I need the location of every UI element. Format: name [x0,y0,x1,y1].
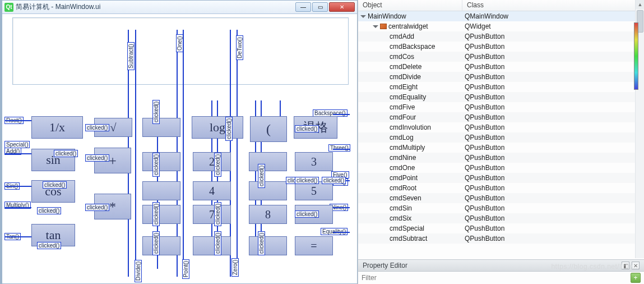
btn-unnamed9[interactable] [193,236,231,255]
tree-object-cell: cmdOne [358,164,462,172]
tree-object-cell: cmdSeven [358,194,462,202]
btn-seven[interactable]: 7 [193,205,231,224]
signal-line [237,30,238,277]
tree-row[interactable]: cmdDivideQPushButton [358,72,644,82]
signal-clicked: clicked() [214,153,221,177]
tree-object-cell: cmdAdd [358,33,462,40]
property-editor-bar[interactable]: Property Editor ◧ ✕ [358,259,644,272]
tree-class-name: QMainWindow [462,12,644,20]
btn-unnamed8[interactable] [142,236,180,255]
btn-unnamed5[interactable] [249,181,287,200]
tree-object-cell: cmdRoot [358,184,462,192]
color-marker-strip [634,22,638,90]
tree-object-name: cmdAdd [390,33,414,40]
tree-object-name: cmdNine [390,154,416,162]
header-class[interactable]: Class [462,0,488,11]
header-object[interactable]: Object [358,0,462,11]
slot-label-divide: Divide() [135,260,142,282]
tree-object-name: cmdSpecial [390,225,424,232]
tree-object-name: centralwidget [388,22,428,30]
close-button[interactable]: ✕ [329,2,355,12]
tree-row[interactable]: MainWindowQMainWindow [358,11,644,21]
tree-row[interactable]: cmdOneQPushButton [358,163,644,173]
tree-row[interactable]: cmdRootQPushButton [358,183,644,193]
tree-row[interactable]: cmdCosQPushButton [358,52,644,62]
btn-inverse-x[interactable]: 1/x [31,116,83,139]
btn-two[interactable]: 2 [193,152,231,171]
btn-unnamed1[interactable] [142,118,180,137]
signal-line [135,30,136,277]
maximize-button[interactable]: ▭ [312,2,328,12]
tree-class-name: QPushButton [462,83,644,91]
tree-class-name: QPushButton [462,154,644,162]
signal-clicked: clicked() [85,154,109,162]
tree-object-name: cmdSin [390,204,412,212]
tree-row[interactable]: cmdInvolutionQPushButton [358,122,644,132]
tree-row[interactable]: cmdSixQPushButton [358,213,644,223]
tree-row[interactable]: cmdSevenQPushButton [358,193,644,203]
add-property-button[interactable]: + [631,273,641,283]
panel-controls: ◧ ✕ [622,262,640,269]
tree-class-name: QPushButton [462,63,644,71]
tree-row[interactable]: cmdNineQPushButton [358,153,644,163]
tree-object-name: cmdFive [390,103,415,111]
tree-class-name: QPushButton [462,194,644,202]
tree-class-name: QPushButton [462,43,644,51]
tree-row[interactable]: cmdAddQPushButton [358,31,644,42]
tree-row[interactable]: cmdSinQPushButton [358,203,644,213]
tree-row[interactable]: cmdBackspaceQPushButton [358,42,644,52]
tree-row[interactable]: cmdFourQPushButton [358,112,644,122]
tree-class-name: QPushButton [462,134,644,141]
signal-clicked: clicked() [322,177,346,184]
tree-object-name: cmdOne [390,164,415,172]
btn-log[interactable]: log [192,116,243,139]
tree-twisty-icon[interactable] [373,25,378,28]
btn-unnamed4[interactable] [142,181,180,200]
panel-close-icon[interactable]: ✕ [632,262,640,269]
btn-unnamed3[interactable] [249,152,287,171]
tree-row[interactable]: cmdMultiplyQPushButton [358,143,644,153]
filter-label: Filter [362,274,377,282]
tree-class-name: QPushButton [462,103,644,111]
btn-unnamed10[interactable] [249,236,287,255]
tree-row[interactable]: cmdDeleteQPushButton [358,62,644,72]
tree-class-name: QPushButton [462,144,644,152]
scroll-up-icon[interactable]: ▲ [636,0,644,9]
tree-object-cell: cmdInvolution [358,123,462,131]
btn-five[interactable]: 5 [295,181,333,200]
tree-row[interactable]: cmdSpecialQPushButton [358,223,644,233]
slot-label-two: DeTwo() [236,35,243,60]
designer-window: Qt 简易计算机 - MainWindow.ui — ▭ ✕ Subtract(… [0,0,358,284]
btn-unnamed6[interactable] [142,205,180,224]
panel-float-icon[interactable]: ◧ [622,262,629,269]
btn-four[interactable]: 4 [193,181,231,200]
tree-twisty-icon[interactable] [360,15,366,18]
btn-three[interactable]: 3 [295,152,333,171]
tree-object-cell: cmdLog [358,134,462,141]
tree-class-name: QPushButton [462,123,644,131]
object-tree[interactable]: MainWindowQMainWindowcentralwidgetQWidge… [358,11,644,259]
titlebar[interactable]: Qt 简易计算机 - MainWindow.ui — ▭ ✕ [2,1,357,14]
btn-eight[interactable]: 8 [249,205,287,224]
tree-row[interactable]: cmdEightQPushButton [358,82,644,92]
tree-row[interactable]: cmdPointQPushButton [358,173,644,183]
tree-row[interactable]: cmdSubtractQPushButton [358,233,644,244]
design-canvas[interactable]: Subtract() One() DeTwo() Divide() Point(… [2,14,357,283]
btn-equals[interactable]: = [295,236,333,255]
btn-lparen[interactable]: ( [250,116,287,142]
minimize-button[interactable]: — [295,2,311,12]
tree-row[interactable]: centralwidgetQWidget [358,21,644,31]
tree-object-name: cmdSix [390,214,411,222]
tree-row[interactable]: cmdEqualityQPushButton [358,92,644,102]
signal-hline [4,207,31,208]
tree-object-name: cmdMultiply [390,144,425,152]
object-inspector-panel: Object Class MainWindowQMainWindowcentra… [358,0,644,284]
slot-label-subtract: Subtract() [127,42,135,70]
tree-object-name: cmdEight [390,83,418,91]
tree-class-name: QPushButton [462,174,644,182]
tree-row[interactable]: cmdFiveQPushButton [358,102,644,112]
tree-row[interactable]: cmdLogQPushButton [358,132,644,143]
signal-clicked: clicked() [152,100,160,124]
btn-unnamed2[interactable] [142,152,180,171]
tree-object-name: cmdPoint [390,174,418,182]
